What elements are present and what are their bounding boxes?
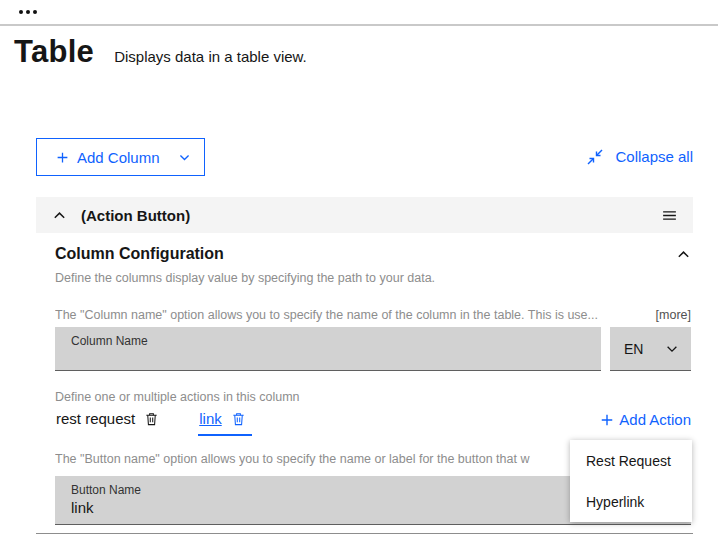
chevron-up-icon xyxy=(676,247,691,262)
trash-icon xyxy=(231,411,246,427)
config-title-row: Column Configuration xyxy=(55,245,691,263)
plus-icon xyxy=(600,413,614,427)
next-section-divider xyxy=(36,533,693,534)
config-description: Define the columns display value by spec… xyxy=(55,271,435,285)
page-header: Table Displays data in a table view. xyxy=(14,34,307,70)
overflow-dot xyxy=(33,10,37,14)
add-column-label: Add Column xyxy=(77,149,160,166)
column-name-label: Column Name xyxy=(71,334,585,348)
collapse-config-button[interactable] xyxy=(676,247,691,262)
language-value: EN xyxy=(624,341,643,357)
language-dropdown[interactable]: EN xyxy=(610,327,691,371)
collapse-icon xyxy=(587,149,603,165)
trash-icon xyxy=(144,411,159,427)
config-section-title: Column Configuration xyxy=(55,245,224,263)
panel-title: (Action Button) xyxy=(81,207,190,224)
more-link[interactable]: [more] xyxy=(656,308,691,322)
overflow-dot xyxy=(26,10,30,14)
column-name-help-row: The "Column name" option allows you to s… xyxy=(55,308,691,322)
overflow-dot xyxy=(19,10,23,14)
page-subtitle: Displays data in a table view. xyxy=(114,48,307,65)
menu-item-hyperlink[interactable]: Hyperlink xyxy=(570,481,692,522)
add-action-label: Add Action xyxy=(619,411,691,428)
actions-row: rest request link Add Action xyxy=(55,406,691,436)
plus-icon xyxy=(56,151,69,164)
add-action-button[interactable]: Add Action xyxy=(600,406,691,428)
actions-help: Define one or multiple actions in this c… xyxy=(55,390,300,404)
chevron-down-icon xyxy=(665,342,679,356)
column-name-row: Column Name EN xyxy=(55,327,691,371)
add-column-button[interactable]: Add Column xyxy=(36,138,205,176)
action-tab-rest-request[interactable]: rest request xyxy=(55,406,165,434)
top-bar xyxy=(0,0,718,26)
drag-handle[interactable] xyxy=(661,207,678,224)
menu-item-rest-request[interactable]: Rest Request xyxy=(570,440,692,481)
column-name-field[interactable]: Column Name xyxy=(55,327,601,371)
collapse-all-button[interactable]: Collapse all xyxy=(587,148,693,165)
overflow-menu-button[interactable] xyxy=(17,3,39,21)
chevron-down-icon xyxy=(178,151,191,164)
collapse-all-label: Collapse all xyxy=(615,148,693,165)
add-action-menu: Rest Request Hyperlink xyxy=(570,440,692,522)
collapse-panel-button[interactable] xyxy=(52,208,67,223)
page-title: Table xyxy=(14,34,94,70)
column-name-help: The "Column name" option allows you to s… xyxy=(55,308,648,322)
chevron-up-icon xyxy=(52,208,67,223)
column-name-input[interactable] xyxy=(71,350,585,367)
action-tab-label: link xyxy=(199,410,222,427)
action-tab-link[interactable]: link xyxy=(198,406,252,436)
delete-action-button[interactable] xyxy=(144,411,159,427)
drag-handle-icon xyxy=(661,207,678,224)
delete-action-button[interactable] xyxy=(231,411,246,427)
action-tab-label: rest request xyxy=(56,410,135,427)
panel-header: (Action Button) xyxy=(36,197,693,233)
